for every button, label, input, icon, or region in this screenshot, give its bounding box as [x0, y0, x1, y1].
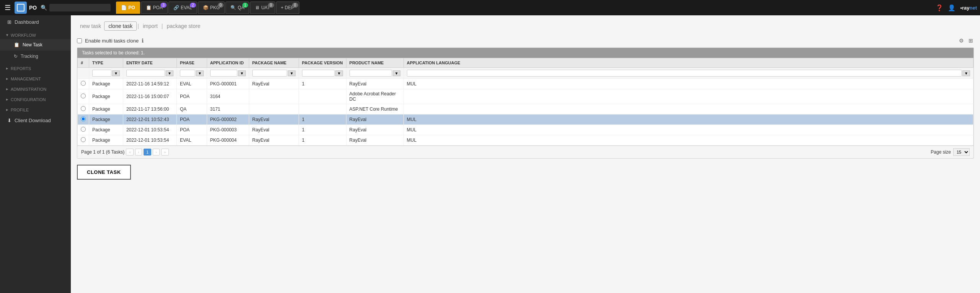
filter-pkgname-input[interactable]	[252, 70, 287, 77]
sidebar-label-dashboard: Dashboard	[15, 19, 39, 25]
row-radio-cell[interactable]	[78, 89, 89, 104]
table-row[interactable]: Package 2022-12-01 10:52:43 POA PKG-0000…	[78, 115, 973, 125]
tab-qa[interactable]: 🔍 QA 1	[225, 2, 249, 14]
next-page-btn[interactable]: ›	[153, 149, 160, 156]
last-page-btn[interactable]: »	[161, 149, 169, 156]
filter-prodname-btn[interactable]: ▼	[393, 70, 400, 76]
filter-type-input[interactable]	[92, 70, 111, 77]
filter-phase-input[interactable]	[180, 70, 195, 77]
row-pkgver: 1	[299, 79, 346, 89]
sidebar-item-client-download[interactable]: ⬇ Client Download	[0, 114, 71, 127]
separator-1: |	[137, 23, 140, 29]
page-size-label: Page size	[931, 149, 951, 155]
clone-task-button[interactable]: CLONE TASK	[77, 165, 131, 180]
import-link[interactable]: import	[140, 21, 161, 31]
clone-task-link[interactable]: clone task	[104, 21, 137, 31]
row-pkgver	[299, 104, 346, 115]
filter-pkgver-input[interactable]	[302, 70, 335, 77]
page-1-btn[interactable]: 1	[144, 149, 151, 156]
sidebar-item-new-task[interactable]: 📋 New Task	[0, 39, 71, 51]
filter-type-btn[interactable]: ▼	[112, 70, 120, 76]
table-row[interactable]: Package 2022-12-01 10:53:54 EVAL PKG-000…	[78, 135, 973, 146]
page-size-select[interactable]: 15 25 50	[953, 148, 970, 156]
table-row[interactable]: Package 2022-11-16 15:00:07 POA 3164 Ado…	[78, 89, 973, 104]
row-radio-cell[interactable]	[78, 115, 89, 125]
sidebar-label-profile: Profile	[11, 108, 29, 112]
row-radio[interactable]	[81, 116, 86, 121]
filter-applang-btn[interactable]: ▼	[962, 70, 970, 76]
row-radio[interactable]	[81, 106, 86, 111]
row-radio[interactable]	[81, 93, 86, 98]
filter-pkgname-btn[interactable]: ▼	[288, 70, 296, 76]
new-task-link[interactable]: new task	[77, 21, 104, 31]
col-header-phase: PHASE	[176, 58, 207, 68]
tab-pkg[interactable]: 📦 PKG 0	[198, 2, 225, 14]
tab-eval[interactable]: 🔗 EVAL 2	[168, 2, 197, 14]
table-row[interactable]: Package 2022-11-16 14:59:12 EVAL PKG-000…	[78, 79, 973, 89]
table-row[interactable]: Package 2022-12-01 10:53:54 POA PKG-0000…	[78, 125, 973, 135]
search-input[interactable]	[49, 4, 111, 11]
filter-phase-btn[interactable]: ▼	[196, 70, 204, 76]
sidebar-item-dashboard[interactable]: ⊞ Dashboard	[0, 15, 71, 29]
sidebar-label-client-download: Client Download	[15, 118, 51, 123]
profile-arrow-icon: ▸	[6, 107, 8, 112]
sidebar-section-management[interactable]: ▸ Management	[0, 72, 71, 83]
tab-poa[interactable]: 📋 POA 3	[141, 2, 168, 14]
row-type: Package	[89, 125, 123, 135]
first-page-btn[interactable]: «	[126, 149, 134, 156]
row-radio-cell[interactable]	[78, 104, 89, 115]
filter-date-btn[interactable]: ▼	[166, 70, 173, 76]
tab-dep[interactable]: + DEP 0	[276, 2, 299, 14]
filter-date-input[interactable]	[126, 70, 165, 77]
info-icon[interactable]: ℹ	[142, 38, 144, 44]
row-radio-cell[interactable]	[78, 125, 89, 135]
help-icon[interactable]: ❓	[936, 4, 943, 11]
sidebar-label-administration: Administration	[11, 87, 46, 92]
multi-task-checkbox[interactable]	[77, 38, 82, 43]
user-icon[interactable]: 👤	[948, 4, 956, 11]
filter-prodname-input[interactable]	[350, 70, 392, 77]
filter-applang-input[interactable]	[407, 70, 962, 77]
row-appid: 3171	[207, 104, 249, 115]
tab-po-icon: 📄	[121, 5, 127, 10]
search-icon[interactable]: 🔍	[41, 5, 47, 11]
tab-poa-icon: 📋	[146, 5, 152, 10]
sidebar-label-management: Management	[11, 77, 41, 81]
filter-pkgver-btn[interactable]: ▼	[335, 70, 343, 76]
workflow-arrow-icon: ▾	[6, 33, 8, 38]
row-radio[interactable]	[81, 127, 86, 132]
grid-icon[interactable]: ⊞	[968, 37, 974, 44]
sidebar-item-tracking[interactable]: ↻ Tracking	[0, 51, 71, 62]
pagination: Page 1 of 1 (6 Tasks) « ‹ 1 › »	[81, 149, 169, 156]
row-appid: PKG-000004	[207, 135, 249, 146]
sidebar-section-workflow[interactable]: ▾ Workflow	[0, 29, 71, 39]
gear-icon[interactable]: ⚙	[958, 37, 965, 44]
tab-uat[interactable]: 🖥 UAT 0	[250, 2, 275, 14]
checkbox-area: Enable multi tasks clone ℹ ⚙ ⊞	[77, 37, 974, 44]
row-date: 2022-11-16 14:59:12	[123, 79, 176, 89]
row-pkgname: RayEval	[249, 125, 299, 135]
table-row[interactable]: Package 2022-11-17 13:56:00 QA 3171 ASP.…	[78, 104, 973, 115]
prev-page-btn[interactable]: ‹	[135, 149, 142, 156]
row-date: 2022-12-01 10:53:54	[123, 135, 176, 146]
filter-appid-btn[interactable]: ▼	[238, 70, 246, 76]
logo-box	[17, 4, 24, 11]
sidebar-section-profile[interactable]: ▸ Profile	[0, 103, 71, 114]
row-radio[interactable]	[81, 137, 86, 142]
tab-po[interactable]: 📄 PO	[116, 2, 140, 14]
row-pkgname	[249, 104, 299, 115]
row-radio-cell[interactable]	[78, 79, 89, 89]
package-store-link[interactable]: package store	[163, 21, 203, 31]
sidebar-section-administration[interactable]: ▸ Administration	[0, 83, 71, 93]
row-radio[interactable]	[81, 81, 86, 86]
row-radio-cell[interactable]	[78, 135, 89, 146]
row-pkgname	[249, 89, 299, 104]
tab-qa-badge: 1	[242, 3, 248, 8]
hamburger-menu[interactable]: ☰	[3, 2, 12, 13]
nav-right: ❓ 👤 •raynet	[936, 4, 977, 11]
sidebar-section-reports[interactable]: ▸ Reports	[0, 62, 71, 72]
row-appid: PKG-000002	[207, 115, 249, 125]
sidebar-section-configuration[interactable]: ▸ Configuration	[0, 93, 71, 103]
dashboard-icon: ⊞	[7, 19, 11, 25]
filter-appid-input[interactable]	[210, 70, 237, 77]
